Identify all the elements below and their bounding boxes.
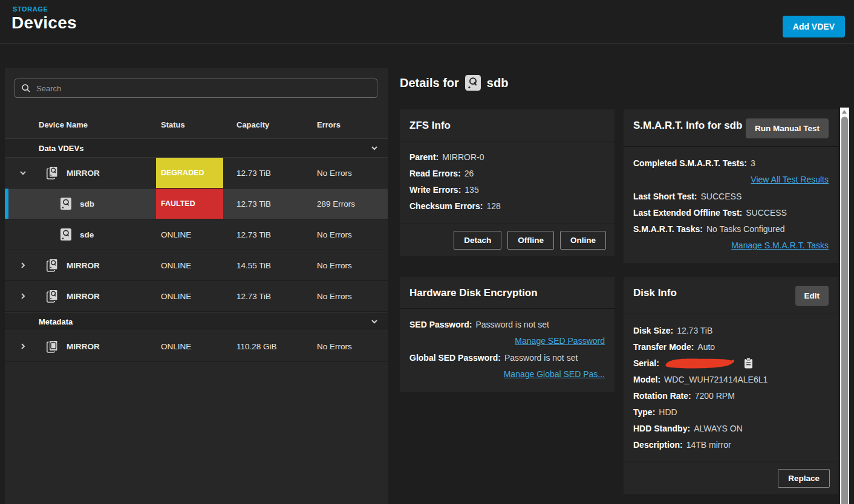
transfer-mode-label: Transfer Mode: xyxy=(633,342,694,352)
serial-label: Serial: xyxy=(633,358,659,368)
device-name: MIRROR xyxy=(67,292,100,301)
hardware-disk-encryption-card: Hardware Disk Encryption SED Password:Pa… xyxy=(400,277,614,392)
last-short-test-label: Last Short Test: xyxy=(633,192,697,201)
zfs-write-errors-label: Write Errors: xyxy=(409,185,461,195)
transfer-mode-value: Auto xyxy=(697,342,715,352)
scrollbar-thumb[interactable] xyxy=(841,117,848,504)
table-row-sdb-selected[interactable]: sdb FAULTED 12.73 TiB 289 Errors xyxy=(5,189,388,219)
global-sed-password-value: Password is not set xyxy=(504,353,578,363)
page-title: Devices xyxy=(11,13,77,33)
ssd-mirror-vdev-icon xyxy=(45,339,59,354)
scrollbar-up-arrow-icon[interactable] xyxy=(842,110,847,114)
device-name: MIRROR xyxy=(67,342,100,351)
zfs-parent-value: MIRROR-0 xyxy=(442,152,484,162)
table-row[interactable]: MIRROR ONLINE 12.73 TiB No Errors xyxy=(5,281,388,312)
capacity-cell: 110.28 GiB xyxy=(232,331,312,361)
online-button[interactable]: Online xyxy=(560,231,606,250)
card-title: Hardware Disk Encryption xyxy=(409,286,538,300)
search-icon xyxy=(21,83,31,93)
completed-tests-label: Completed S.M.A.R.T. Tests: xyxy=(633,158,747,168)
manage-global-sed-password-link[interactable]: Manage Global SED Pas... xyxy=(504,369,605,379)
zfs-info-card: ZFS Info Parent:MIRROR-0 Read Errors:26 … xyxy=(400,109,614,256)
disk-icon xyxy=(59,228,73,241)
device-name: MIRROR xyxy=(67,169,100,178)
table-row[interactable]: MIRROR DEGRADED 12.73 TiB No Errors xyxy=(5,158,388,189)
group-label: Data VDEVs xyxy=(39,144,83,153)
chevron-down-icon[interactable] xyxy=(370,143,379,153)
sed-password-label: SED Password: xyxy=(409,320,472,329)
chevron-right-icon[interactable] xyxy=(18,341,28,351)
description-value: 14TB mirror xyxy=(686,440,731,450)
description-label: Description: xyxy=(633,440,683,450)
column-capacity: Capacity xyxy=(232,120,312,129)
details-scrollbar[interactable] xyxy=(840,108,849,504)
edit-button[interactable]: Edit xyxy=(795,286,829,306)
chevron-down-icon[interactable] xyxy=(18,168,28,178)
capacity-cell: 12.73 TiB xyxy=(232,158,312,188)
card-title: S.M.A.R.T. Info for sdb xyxy=(633,118,742,133)
card-title: ZFS Info xyxy=(409,118,451,133)
search-box[interactable] xyxy=(15,79,377,98)
hdd-standby-label: HDD Standby: xyxy=(633,424,690,433)
details-title: Details for sdb xyxy=(400,74,508,92)
disk-size-label: Disk Size: xyxy=(633,326,673,335)
copy-serial-icon[interactable] xyxy=(744,358,753,369)
view-all-test-results-link[interactable]: View All Test Results xyxy=(751,175,829,184)
manage-sed-password-link[interactable]: Manage SED Password xyxy=(515,336,605,346)
disk-icon xyxy=(59,197,73,210)
table-row[interactable]: sde ONLINE 12.73 TiB No Errors xyxy=(5,219,388,250)
sed-password-value: Password is not set xyxy=(475,320,549,329)
offline-button[interactable]: Offline xyxy=(507,231,554,250)
errors-cell: No Errors xyxy=(312,281,388,311)
serial-redaction xyxy=(664,357,735,369)
rotation-rate-label: Rotation Rate: xyxy=(633,391,691,401)
global-sed-password-label: Global SED Password: xyxy=(409,353,501,363)
zfs-read-errors-value: 26 xyxy=(464,169,474,178)
breadcrumb[interactable]: STORAGE xyxy=(13,5,48,13)
status-text: ONLINE xyxy=(156,331,191,361)
details-title-prefix: Details for xyxy=(400,76,459,90)
table-row[interactable]: MIRROR ONLINE 110.28 GiB No Errors xyxy=(5,331,388,362)
run-manual-test-button[interactable]: Run Manual Test xyxy=(746,118,829,138)
group-row-metadata[interactable]: Metadata xyxy=(5,312,388,331)
chevron-right-icon[interactable] xyxy=(18,291,28,301)
last-extended-test-label: Last Extended Offline Test: xyxy=(633,208,742,218)
type-label: Type: xyxy=(633,407,655,417)
device-name: sde xyxy=(80,230,94,239)
model-value: WDC_WUH721414ALE6L1 xyxy=(664,375,768,384)
group-row-data-vdevs[interactable]: Data VDEVs xyxy=(5,138,388,158)
search-row xyxy=(5,68,388,98)
group-label: Metadata xyxy=(39,317,73,326)
table-header: Device Name Status Capacity Errors xyxy=(5,111,388,138)
details-pane: Details for sdb ZFS Info Parent:MIRROR-0… xyxy=(400,68,838,504)
replace-button[interactable]: Replace xyxy=(778,469,830,488)
column-status: Status xyxy=(156,120,232,129)
manage-smart-tasks-link[interactable]: Manage S.M.A.R.T. Tasks xyxy=(731,241,829,250)
device-tree-panel: Device Name Status Capacity Errors Data … xyxy=(5,68,388,504)
last-extended-test-value: SUCCESS xyxy=(746,208,787,218)
errors-cell: 289 Errors xyxy=(312,189,388,219)
zfs-checksum-errors-label: Checksum Errors: xyxy=(409,201,483,211)
capacity-cell: 12.73 TiB xyxy=(232,219,312,250)
header-divider xyxy=(0,43,854,44)
status-text: ONLINE xyxy=(156,281,191,311)
completed-tests-value: 3 xyxy=(751,158,755,168)
search-input[interactable] xyxy=(36,84,371,93)
last-short-test-value: SUCCESS xyxy=(701,192,742,201)
capacity-cell: 14.55 TiB xyxy=(232,250,312,280)
chevron-down-icon[interactable] xyxy=(370,317,379,326)
zfs-parent-label: Parent: xyxy=(409,152,438,162)
rotation-rate-value: 7200 RPM xyxy=(695,391,735,401)
mirror-vdev-icon xyxy=(45,258,59,273)
table-row[interactable]: MIRROR ONLINE 14.55 TiB No Errors xyxy=(5,250,388,281)
device-name: MIRROR xyxy=(67,261,100,270)
zfs-checksum-errors-value: 128 xyxy=(486,201,500,211)
add-vdev-button[interactable]: Add VDEV xyxy=(783,16,845,37)
status-badge: FAULTED xyxy=(156,189,223,219)
device-name: sdb xyxy=(80,199,94,208)
mirror-vdev-icon xyxy=(45,289,59,303)
detach-button[interactable]: Detach xyxy=(454,231,501,250)
smart-tasks-label: S.M.A.R.T. Tasks: xyxy=(633,224,703,234)
status-text: ONLINE xyxy=(156,250,191,280)
chevron-right-icon[interactable] xyxy=(18,260,28,270)
